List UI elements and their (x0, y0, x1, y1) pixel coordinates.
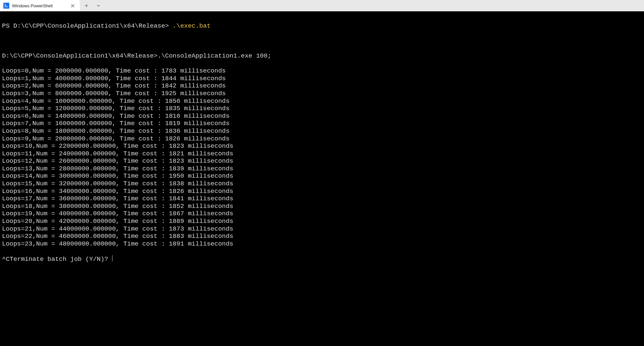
powershell-icon (3, 3, 9, 9)
output-line: Loops=23,Num = 48000000.000000, Time cos… (2, 240, 642, 248)
terminal-viewport[interactable]: PS D:\C\CPP\ConsoleApplication1\x64\Rele… (0, 11, 644, 346)
output-line: Loops=11,Num = 24000000.000000, Time cos… (2, 150, 642, 158)
output-line: Loops=22,Num = 46000000.000000, Time cos… (2, 233, 642, 240)
output-line: Loops=0,Num = 2000000.000000, Time cost … (2, 67, 642, 75)
prompt-path: D:\C\CPP\ConsoleApplication1\x64\Release… (13, 22, 169, 30)
svg-rect-0 (3, 3, 9, 9)
titlebar-actions (80, 0, 105, 11)
prompt-command: .\exec.bat (173, 22, 211, 30)
output-line: Loops=2,Num = 6000000.000000, Time cost … (2, 82, 642, 90)
tab-powershell[interactable]: Windows PowerShell (0, 0, 80, 11)
output-line: Loops=3,Num = 8000000.000000, Time cost … (2, 90, 642, 97)
echo-line: D:\C\CPP\ConsoleApplication1\x64\Release… (2, 52, 642, 60)
output-line: Loops=18,Num = 38000000.000000, Time cos… (2, 203, 642, 210)
output-line: Loops=20,Num = 42000000.000000, Time cos… (2, 218, 642, 225)
output-line: Loops=14,Num = 30000000.000000, Time cos… (2, 172, 642, 180)
output-line: Loops=13,Num = 28000000.000000, Time cos… (2, 165, 642, 173)
output-line: Loops=6,Num = 14000000.000000, Time cost… (2, 112, 642, 120)
output-line: Loops=16,Num = 34000000.000000, Time cos… (2, 188, 642, 195)
prompt-line: PS D:\C\CPP\ConsoleApplication1\x64\Rele… (2, 22, 642, 30)
output-line: Loops=7,Num = 16000000.000000, Time cost… (2, 120, 642, 127)
terminate-prompt: ^CTerminate batch job (Y/N)? (2, 256, 112, 263)
output-line: Loops=17,Num = 36000000.000000, Time cos… (2, 195, 642, 203)
output-line: Loops=1,Num = 4000000.000000, Time cost … (2, 75, 642, 83)
tab-title: Windows PowerShell (12, 3, 66, 8)
output-line: Loops=4,Num = 10000000.000000, Time cost… (2, 97, 642, 105)
tab-dropdown-button[interactable] (93, 1, 104, 10)
prompt-prefix: PS (2, 22, 13, 30)
output-line: Loops=15,Num = 32000000.000000, Time cos… (2, 180, 642, 188)
terminate-line: ^CTerminate batch job (Y/N)? (2, 255, 642, 263)
output-line: Loops=19,Num = 40000000.000000, Time cos… (2, 210, 642, 218)
output-line: Loops=10,Num = 22000000.000000, Time cos… (2, 142, 642, 150)
output-line: Loops=9,Num = 20000000.000000, Time cost… (2, 135, 642, 143)
tab-close-button[interactable] (69, 2, 77, 10)
output-line: Loops=5,Num = 12000000.000000, Time cost… (2, 105, 642, 112)
output-line: Loops=8,Num = 18000000.000000, Time cost… (2, 127, 642, 135)
new-tab-button[interactable] (81, 1, 92, 10)
blank-line (2, 37, 642, 45)
output-line: Loops=21,Num = 44000000.000000, Time cos… (2, 225, 642, 233)
output-line: Loops=12,Num = 26000000.000000, Time cos… (2, 157, 642, 165)
titlebar: Windows PowerShell (0, 0, 644, 11)
cursor (112, 255, 112, 261)
